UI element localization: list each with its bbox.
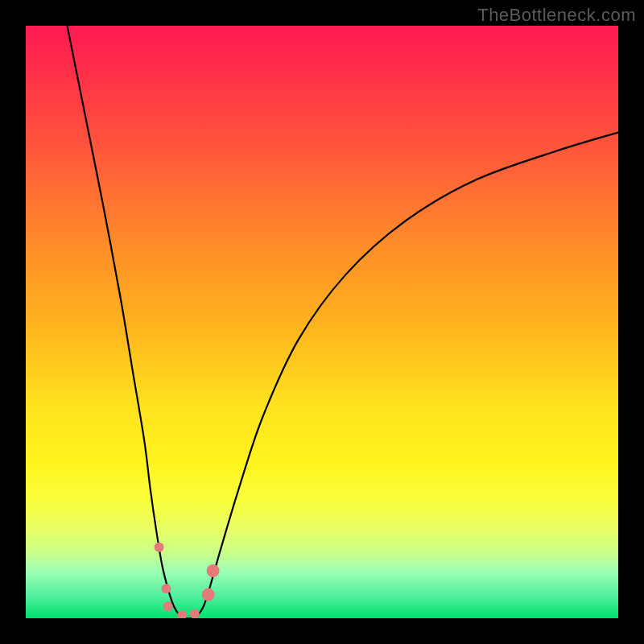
chart-frame: TheBottleneck.com xyxy=(0,0,644,644)
curve-marker xyxy=(161,584,171,593)
curve-marker xyxy=(207,564,220,577)
curve-marker xyxy=(190,609,200,618)
curve-markers xyxy=(155,543,220,618)
curve-marker xyxy=(177,610,187,618)
chart-plot-area xyxy=(26,26,618,618)
curve-marker xyxy=(202,588,215,601)
watermark-text: TheBottleneck.com xyxy=(477,5,636,26)
curve-marker xyxy=(155,543,164,552)
chart-svg xyxy=(26,26,618,618)
curve-marker xyxy=(163,601,173,611)
bottleneck-curve-path xyxy=(68,26,618,618)
